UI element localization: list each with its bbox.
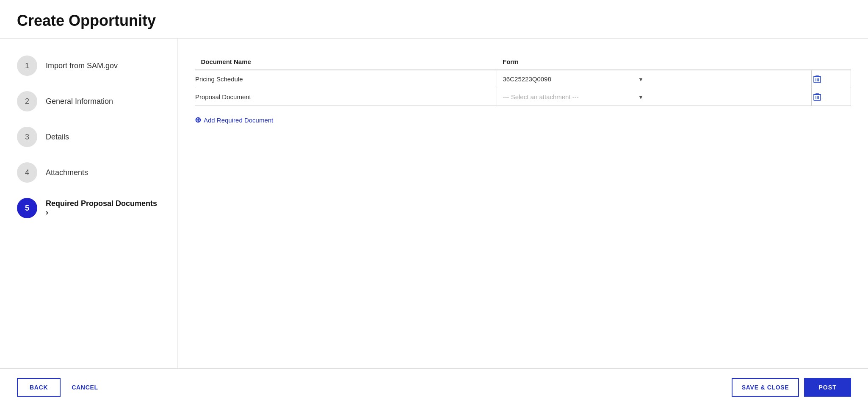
- table-row: Pricing Schedule 36C25223Q0098 ▼: [195, 70, 851, 88]
- cancel-button[interactable]: CANCEL: [67, 379, 102, 396]
- page-title: Create Opportunity: [17, 12, 851, 30]
- form-select-wrapper-1[interactable]: 36C25223Q0098 ▼: [497, 70, 648, 88]
- col-document-name-header: Document Name: [195, 54, 497, 70]
- delete-cell-1: [812, 70, 851, 88]
- col-action-header: [812, 54, 851, 70]
- form-select-2[interactable]: --- Select an attachment ---: [497, 88, 648, 106]
- plus-circle-icon: ⊕: [195, 115, 201, 125]
- doc-name-proposal-document: Proposal Document: [195, 88, 497, 106]
- delete-cell-2: [812, 88, 851, 106]
- delete-button-1[interactable]: [812, 72, 823, 87]
- step-2[interactable]: 2 General Information: [17, 91, 160, 111]
- step-1-label: Import from SAM.gov: [46, 61, 118, 70]
- page-content: 1 Import from SAM.gov 2 General Informat…: [0, 39, 868, 368]
- doc-name-pricing-schedule: Pricing Schedule: [195, 70, 497, 88]
- step-3-circle: 3: [17, 127, 37, 147]
- step-2-label: General Information: [46, 97, 113, 106]
- step-4[interactable]: 4 Attachments: [17, 162, 160, 183]
- form-cell-pricing-schedule: 36C25223Q0098 ▼: [497, 70, 812, 88]
- add-required-document-button[interactable]: ⊕ Add Required Document: [195, 114, 273, 126]
- form-cell-proposal-document: --- Select an attachment --- ▼: [497, 88, 812, 106]
- step-5-label: Required Proposal Documents ›: [46, 199, 160, 217]
- step-5-circle: 5: [17, 198, 37, 218]
- step-4-label: Attachments: [46, 168, 88, 177]
- table-row: Proposal Document --- Select an attachme…: [195, 88, 851, 106]
- main-panel: Document Name Form Pricing Schedule 36C2…: [178, 39, 868, 368]
- footer-right: SAVE & CLOSE POST: [732, 378, 851, 397]
- post-button[interactable]: POST: [804, 378, 851, 397]
- step-3-label: Details: [46, 133, 69, 142]
- step-3[interactable]: 3 Details: [17, 127, 160, 147]
- steps-panel: 1 Import from SAM.gov 2 General Informat…: [0, 39, 178, 368]
- footer-left: BACK CANCEL: [17, 378, 102, 397]
- form-select-wrapper-2[interactable]: --- Select an attachment --- ▼: [497, 88, 648, 106]
- step-1-circle: 1: [17, 56, 37, 76]
- delete-button-2[interactable]: [812, 89, 823, 105]
- save-close-button[interactable]: SAVE & CLOSE: [732, 378, 799, 397]
- page-header: Create Opportunity: [0, 0, 868, 39]
- col-form-header: Form: [497, 54, 812, 70]
- back-button[interactable]: BACK: [17, 378, 61, 397]
- add-doc-label: Add Required Document: [204, 117, 273, 124]
- step-5[interactable]: 5 Required Proposal Documents ›: [17, 198, 160, 218]
- step-4-circle: 4: [17, 162, 37, 183]
- form-select-1[interactable]: 36C25223Q0098: [497, 70, 648, 88]
- page-footer: BACK CANCEL SAVE & CLOSE POST: [0, 368, 868, 406]
- step-1[interactable]: 1 Import from SAM.gov: [17, 56, 160, 76]
- documents-table: Document Name Form Pricing Schedule 36C2…: [195, 54, 851, 106]
- step-2-circle: 2: [17, 91, 37, 111]
